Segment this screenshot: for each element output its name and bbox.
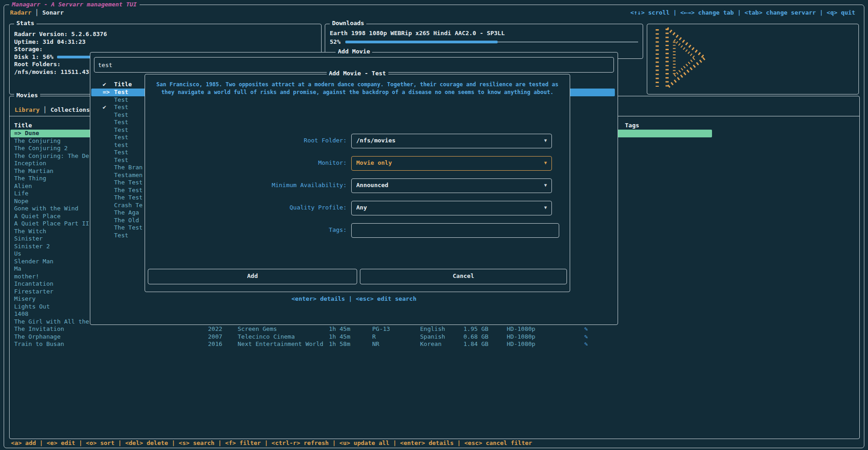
edit-icon[interactable]: ✎ [584,340,588,348]
movie-title-cell: Incantation [14,280,53,288]
tags-input[interactable] [351,223,559,238]
edit-icon[interactable]: ✎ [584,325,588,333]
download-item-title: Earth 1998 1080p WEBRip x265 Hindi AAC2.… [330,30,505,37]
movie-runtime-cell: 1h 58m [329,340,350,348]
monitor-value: Movie only [356,159,392,166]
movie-studio-cell: Telecinco Cinema [238,333,295,341]
movie-language-cell: Korean [420,340,442,348]
result-title: Test [114,96,128,104]
movie-title-cell: Nope [14,198,28,205]
tab-sonarr[interactable]: Sonarr [42,9,64,16]
column-header-tags: Tags [625,122,639,129]
disk-usage-gauge-fill [57,56,91,58]
movie-title-cell: 1408 [14,310,28,318]
result-title: test [114,141,128,149]
monitor-label: Monitor: [149,156,347,170]
movie-year-cell: 2016 [208,340,222,348]
movie-title-cell: The Invitation [14,325,64,333]
movie-title-cell: Lights Out [14,303,50,311]
downloads-panel-title: Downloads [330,20,366,26]
minimum-availability-value: Announced [356,182,388,188]
result-title: Test [114,232,128,240]
movie-studio-cell: Next Entertainment World [238,340,323,348]
form-row-tags: Tags: [145,223,570,237]
cancel-button[interactable]: Cancel [360,269,567,284]
tab-radarr[interactable]: Radarr [10,9,31,16]
result-title: Test [114,134,128,141]
minimum-availability-dropdown[interactable]: Announced ▼ [351,178,552,193]
movie-title-cell: Slender Man [14,258,53,266]
monitor-dropdown[interactable]: Movie only ▼ [351,156,552,171]
form-row-monitor: Monitor: Movie only ▼ [145,156,570,170]
movie-runtime-cell: 1h 45m [329,325,350,333]
movie-title-cell: The Conjuring 2 [14,145,68,152]
result-title: Test [114,119,128,126]
movie-title-cell: Life [14,190,28,198]
result-title: Test [114,149,128,157]
result-title: Test [114,104,128,111]
chevron-down-icon: ▼ [544,135,547,147]
tab-collections[interactable]: Collections [51,106,90,113]
result-title: The Aga [114,209,139,217]
movie-title-cell: A Quiet Place [14,213,61,220]
column-header-title: Title [14,122,32,129]
minimum-availability-label: Minimum Availability: [149,178,347,192]
root-folder-value: /nfs/movies: 11511.43 GB [14,68,100,76]
movies-tabs: Library│Collections│ [15,106,101,113]
movie-title-cell: A Quiet Place Part II [14,220,89,228]
movie-quality-cell: HD-1080p [507,325,535,333]
movie-title-cell: The Martian [14,167,53,175]
result-title: The Test [114,224,143,232]
movie-title-cell: => Dune [14,130,39,137]
bottom-help-bar: <a> add | <e> edit | <o> sort | <del> de… [11,440,532,446]
movie-certification-cell: NR [372,340,379,348]
form-row-quality-profile: Quality Profile: Any ▼ [145,201,570,215]
quality-profile-label: Quality Profile: [149,201,347,215]
movie-year-cell: 2007 [208,333,222,341]
add-movie-help-bar: <enter> details | <esc> edit search [90,295,618,302]
radarr-version: Radarr Version: 5.2.6.8376 [14,31,107,38]
app-title: Managarr - A Servarr management TUI [9,1,140,8]
movie-quality-cell: HD-1080p [507,333,535,341]
result-title: Test [114,157,128,164]
download-percent-label: 52% [330,38,340,46]
add-movie-overlay-title: Add Movie [336,48,372,55]
tab-library[interactable]: Library [15,106,40,113]
movie-row[interactable]: Train to Busan 2016 Next Entertainment W… [10,340,712,348]
servarr-tabs: Radarr│Sonarr [10,9,64,16]
download-progress-gauge [345,38,638,46]
quality-profile-dropdown[interactable]: Any ▼ [351,201,552,215]
results-header-title: Title [114,81,132,88]
movie-title-cell: Train to Busan [14,340,64,348]
edit-icon[interactable]: ✎ [584,333,588,341]
root-folder-dropdown[interactable]: /nfs/movies ▼ [351,134,552,148]
movie-title-cell: The Conjuring [14,137,61,145]
movie-certification-cell: R [372,333,376,341]
movie-row[interactable]: The Orphanage 2007 Telecinco Cinema 1h 4… [10,333,712,341]
movie-size-cell: 1.95 GB [463,325,489,333]
add-button[interactable]: Add [148,269,357,284]
movies-panel-title: Movies [14,92,40,99]
download-progress-fill [345,41,498,43]
result-title: Test [114,111,128,119]
result-title: Crash Te [114,202,143,209]
movie-title-cell: The Thing [14,175,46,183]
movie-studio-cell: Screen Gems [238,325,277,333]
stats-panel-title: Stats [14,20,36,26]
form-row-root-folder: Root Folder: /nfs/movies ▼ [145,134,570,147]
result-marker: => [103,89,110,96]
movie-row[interactable]: The Invitation 2022 Screen Gems 1h 45m P… [10,325,712,333]
result-title: The Test [114,187,143,194]
result-title: The Test [114,179,143,187]
disk-usage-label: Disk 1: 56% [14,53,53,61]
movie-title-cell: Inception [14,160,46,167]
movie-title-cell: Ma [14,265,21,273]
movie-title-cell: Alien [14,183,32,190]
root-folder-label: Root Folder: [149,134,347,147]
managarr-screen: Managarr - A Servarr management TUI Rada… [0,0,868,450]
download-progress-track [498,42,638,42]
result-title: The Old [114,217,139,225]
movie-title-cell: The Conjuring: The De [14,152,89,160]
logo-panel [647,24,859,94]
chevron-down-icon: ▼ [544,179,547,191]
